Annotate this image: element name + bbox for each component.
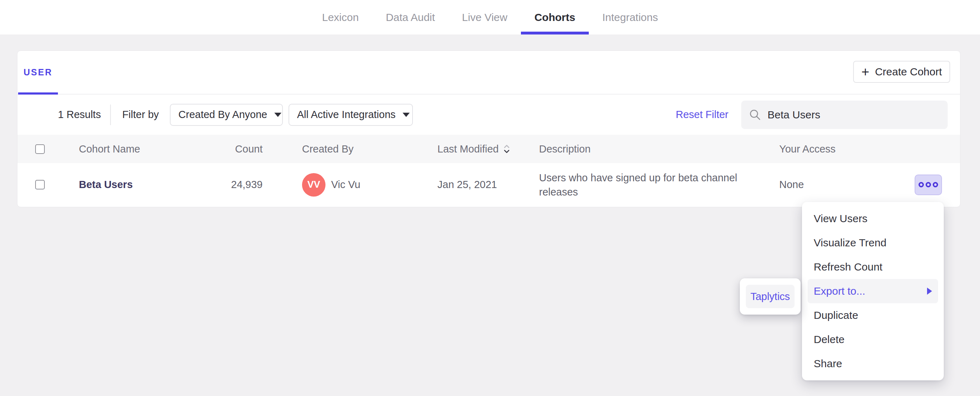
nav-tab-cohorts[interactable]: Cohorts	[521, 0, 589, 35]
ellipsis-icon	[933, 182, 938, 187]
menu-item-export-to[interactable]: Export to...	[808, 279, 938, 303]
select-all-checkbox[interactable]	[35, 144, 45, 154]
cohort-name-link[interactable]: Beta Users	[79, 179, 133, 190]
create-cohort-button[interactable]: + Create Cohort	[853, 61, 950, 83]
panel-tab-strip: USER + Create Cohort	[18, 51, 960, 94]
nav-tab-data-audit[interactable]: Data Audit	[372, 0, 449, 35]
results-count: 1 Results	[58, 109, 101, 120]
nav-tab-integrations[interactable]: Integrations	[589, 0, 671, 35]
menu-item-duplicate[interactable]: Duplicate	[808, 303, 938, 327]
column-header-last-modified[interactable]: Last Modified	[438, 143, 539, 155]
last-modified-value: Jan 25, 2021	[438, 179, 539, 190]
column-header-cohort-name[interactable]: Cohort Name	[79, 143, 195, 155]
filter-by-label: Filter by	[122, 109, 159, 120]
menu-item-view-users[interactable]: View Users	[808, 206, 938, 231]
nav-tab-lexicon[interactable]: Lexicon	[309, 0, 372, 35]
integrations-dropdown-value: All Active Integrations	[297, 109, 396, 120]
column-header-your-access[interactable]: Your Access	[779, 143, 900, 155]
cohort-count: 24,939	[195, 179, 262, 190]
chevron-down-icon	[402, 113, 410, 117]
access-value: None	[779, 179, 900, 190]
integrations-dropdown[interactable]: All Active Integrations	[288, 104, 413, 126]
search-icon	[749, 109, 761, 121]
chevron-down-icon	[274, 113, 282, 117]
plus-icon: +	[861, 65, 869, 78]
search-value: Beta Users	[767, 109, 820, 121]
vertical-divider	[110, 104, 111, 125]
column-header-last-modified-label: Last Modified	[438, 143, 499, 155]
search-input[interactable]: Beta Users	[741, 101, 948, 129]
context-menu: View Users Visualize Trend Refresh Count…	[802, 202, 944, 380]
cohort-description: Users who have signed up for beta channe…	[539, 171, 779, 199]
top-nav: Lexicon Data Audit Live View Cohorts Int…	[309, 0, 671, 35]
menu-item-export-to-label: Export to...	[814, 285, 865, 297]
filter-bar: 1 Results Filter by Created By Anyone Al…	[18, 94, 960, 135]
submenu-item-taplytics[interactable]: Taplytics	[746, 285, 794, 308]
column-header-description[interactable]: Description	[539, 143, 779, 155]
ellipsis-icon	[926, 182, 931, 187]
column-header-created-by[interactable]: Created By	[302, 143, 438, 155]
top-bar: Lexicon Data Audit Live View Cohorts Int…	[0, 0, 980, 35]
nav-tab-live-view[interactable]: Live View	[449, 0, 521, 35]
menu-item-visualize-trend[interactable]: Visualize Trend	[808, 231, 938, 255]
more-actions-button[interactable]	[915, 174, 942, 195]
row-checkbox[interactable]	[35, 180, 45, 190]
cohorts-panel: USER + Create Cohort 1 Results Filter by…	[17, 51, 961, 207]
table-header-row: Cohort Name Count Created By Last Modifi…	[18, 135, 960, 163]
submenu-arrow-icon	[927, 287, 932, 295]
reset-filter-link[interactable]: Reset Filter	[676, 109, 729, 120]
table-row: Beta Users 24,939 VV Vic Vu Jan 25, 2021…	[18, 163, 960, 206]
menu-item-delete[interactable]: Delete	[808, 327, 938, 351]
created-by-dropdown-value: Created By Anyone	[178, 109, 267, 120]
created-by-dropdown[interactable]: Created By Anyone	[170, 104, 283, 126]
ellipsis-icon	[918, 182, 924, 187]
menu-item-refresh-count[interactable]: Refresh Count	[808, 255, 938, 279]
avatar: VV	[302, 173, 326, 196]
column-header-count[interactable]: Count	[195, 143, 262, 155]
creator-name: Vic Vu	[331, 179, 360, 190]
sort-chevrons-icon[interactable]	[503, 144, 510, 154]
menu-item-share[interactable]: Share	[808, 351, 938, 376]
create-cohort-label: Create Cohort	[875, 66, 942, 78]
export-submenu: Taplytics	[740, 278, 800, 315]
tab-user[interactable]: USER	[18, 51, 58, 94]
